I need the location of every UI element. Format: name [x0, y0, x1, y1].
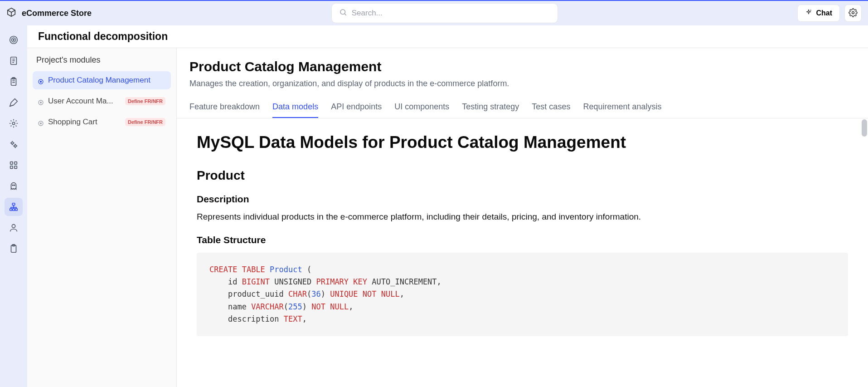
rail-ghost[interactable]: [5, 177, 23, 195]
svg-rect-24: [10, 209, 12, 211]
radio-icon: [38, 98, 44, 104]
svg-point-14: [12, 122, 15, 125]
module-label: Shopping Cart: [48, 118, 121, 127]
tab-api-endpoints[interactable]: API endpoints: [331, 102, 382, 118]
search-input[interactable]: [352, 9, 550, 18]
detail-description: Manages the creation, organization, and …: [189, 79, 855, 88]
svg-point-5: [13, 39, 15, 41]
doc-h2: Product: [197, 168, 848, 183]
svg-rect-23: [12, 203, 15, 206]
rail-user[interactable]: [5, 219, 23, 237]
rail-target[interactable]: [5, 31, 23, 49]
app-title-text: eCommerce Store: [22, 9, 92, 18]
gear-icon: [849, 8, 858, 19]
tab-ui-components[interactable]: UI components: [394, 102, 449, 118]
svg-point-4: [11, 38, 15, 42]
svg-rect-25: [13, 209, 15, 211]
topbar: eCommerce Store Chat: [0, 0, 868, 25]
detail-panel: Product Catalog Management Manages the c…: [177, 48, 868, 387]
tab-feature-breakdown[interactable]: Feature breakdown: [189, 102, 260, 118]
rail-gear[interactable]: [5, 114, 23, 132]
module-user-account[interactable]: User Account Ma... Define FR/NFR: [33, 92, 171, 110]
module-label: Product Catalog Management: [48, 76, 165, 85]
settings-button[interactable]: [844, 5, 862, 22]
define-badge: Define FR/NFR: [125, 118, 165, 126]
modules-sidebar: Project's modules Product Catalog Manage…: [27, 48, 177, 387]
svg-rect-20: [15, 166, 17, 169]
svg-rect-18: [15, 162, 17, 165]
module-label: User Account Ma...: [48, 97, 121, 106]
doc-desc-text: Represents individual products in the e-…: [197, 212, 848, 222]
tab-requirement-analysis[interactable]: Requirement analysis: [583, 102, 661, 118]
doc-h1: MySQL Data Models for Product Catalog Ma…: [197, 133, 848, 152]
search-icon: [339, 8, 347, 18]
page-title: Functional decomposition: [38, 30, 168, 43]
app-title: eCommerce Store: [6, 7, 92, 20]
svg-rect-19: [10, 166, 13, 169]
search-input-wrap[interactable]: [331, 3, 558, 23]
radio-icon: [38, 119, 44, 125]
svg-point-2: [852, 11, 854, 14]
sidebar-heading: Project's modules: [33, 55, 171, 71]
doc-desc-heading: Description: [197, 194, 848, 205]
chat-button[interactable]: Chat: [797, 5, 840, 22]
svg-line-1: [344, 14, 346, 15]
rail-gears[interactable]: [5, 135, 23, 153]
svg-point-21: [12, 185, 13, 186]
rail-clipboard-plain[interactable]: [5, 240, 23, 258]
page-header: Functional decomposition: [27, 25, 868, 48]
scrollbar-thumb[interactable]: [862, 119, 867, 137]
svg-point-27: [12, 225, 15, 228]
svg-point-31: [40, 81, 42, 83]
define-badge: Define FR/NFR: [125, 97, 165, 105]
sql-codeblock[interactable]: CREATE TABLE Product ( id BIGINT UNSIGNE…: [197, 253, 848, 336]
detail-title: Product Catalog Management: [189, 59, 855, 74]
svg-rect-26: [15, 209, 18, 211]
rail-grid[interactable]: [5, 156, 23, 174]
chat-button-label: Chat: [816, 9, 832, 17]
module-product-catalog[interactable]: Product Catalog Management: [33, 71, 171, 89]
rail-pen[interactable]: [5, 93, 23, 112]
svg-point-15: [11, 142, 14, 144]
svg-point-22: [14, 185, 15, 186]
svg-rect-17: [10, 162, 13, 165]
cube-icon: [6, 7, 16, 20]
doc-table-heading: Table Structure: [197, 235, 848, 245]
nav-rail: [0, 25, 27, 387]
tabs: Feature breakdown Data models API endpoi…: [177, 90, 868, 118]
tab-test-cases[interactable]: Test cases: [532, 102, 570, 118]
sparkle-icon: [805, 9, 812, 18]
rail-clipboard[interactable]: [5, 73, 23, 91]
module-shopping-cart[interactable]: Shopping Cart Define FR/NFR: [33, 113, 171, 131]
svg-point-16: [14, 145, 16, 147]
svg-point-33: [40, 102, 42, 103]
rail-document[interactable]: [5, 52, 23, 70]
svg-point-3: [10, 36, 18, 44]
svg-point-35: [40, 122, 42, 124]
svg-point-0: [340, 10, 345, 15]
tab-testing-strategy[interactable]: Testing strategy: [462, 102, 519, 118]
document-content[interactable]: MySQL Data Models for Product Catalog Ma…: [177, 118, 868, 387]
tab-data-models[interactable]: Data models: [272, 102, 318, 118]
radio-selected-icon: [38, 78, 44, 83]
rail-hierarchy[interactable]: [5, 198, 23, 216]
